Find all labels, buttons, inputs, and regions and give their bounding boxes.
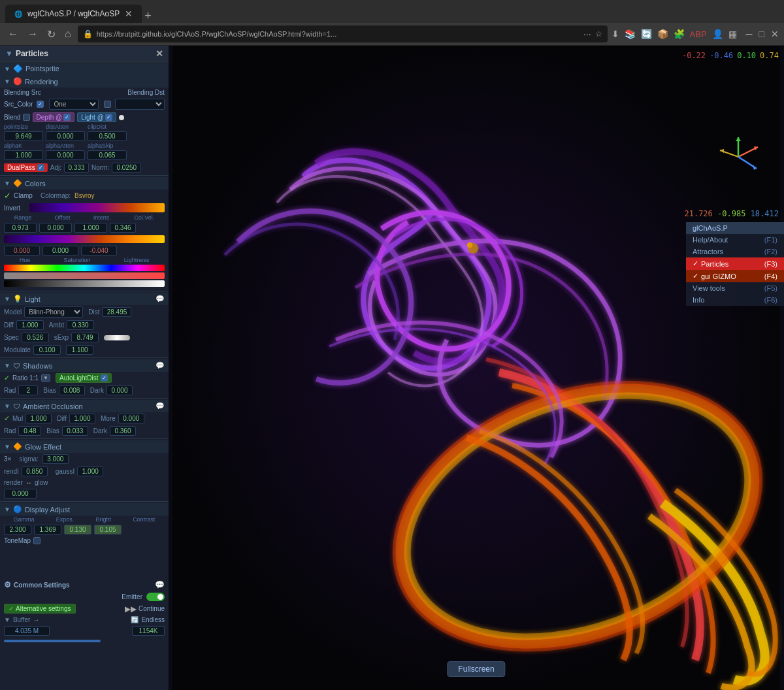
home-btn[interactable]: ⌂ (62, 28, 74, 40)
sat-value[interactable]: 0.000 (42, 246, 78, 255)
account-icon[interactable]: 👤 (712, 29, 723, 39)
bias-value[interactable]: 0.008 (59, 386, 85, 395)
extensions-icon[interactable]: 🧩 (674, 29, 685, 39)
glow-value[interactable]: 0.000 (4, 489, 37, 499)
minimize-btn[interactable]: ─ (746, 29, 753, 39)
ratio-dropdown[interactable]: ▼ (41, 374, 50, 382)
sync-icon[interactable]: 🔄 (641, 29, 652, 39)
pointsprite-section[interactable]: ▼ 🔷 Pointsprite (0, 62, 169, 75)
fullscreen-button[interactable]: Fullscreen (447, 661, 505, 677)
attractors-item[interactable]: Attractors (F2) (686, 246, 784, 257)
colors-section[interactable]: ▼ 🔶 Colors (0, 177, 169, 189)
more-value[interactable]: 0.000 (118, 414, 144, 423)
rendering-section[interactable]: ▼ 🔴 Rendering (0, 75, 169, 88)
alpha-atten-value[interactable]: 0.000 (46, 150, 85, 160)
auto-light-dist-btn[interactable]: AutoLightDist (56, 373, 111, 383)
dark-ao-value[interactable]: 0.360 (110, 426, 136, 436)
sidebar-toggle-icon[interactable]: ▦ (728, 29, 737, 39)
help-about-item[interactable]: Help/About (F1) (686, 234, 784, 246)
alpha-k-value[interactable]: 1.000 (4, 150, 43, 160)
continue-btn[interactable]: ▶▶ Continue (125, 604, 165, 614)
library-icon[interactable]: 📚 (625, 29, 636, 39)
download-icon[interactable]: ⬇ (612, 29, 619, 39)
depth-checkbox[interactable] (63, 114, 71, 121)
dual-pass-btn[interactable]: DualPass (4, 163, 48, 172)
bookmark-icon[interactable]: ☆ (595, 29, 602, 39)
container-icon[interactable]: 📦 (657, 29, 668, 39)
panel-collapse-arrow[interactable]: ▼ (5, 49, 13, 58)
rad-value[interactable]: 2 (18, 386, 38, 395)
blend-checkbox[interactable] (23, 114, 30, 121)
tab-close-btn[interactable]: ✕ (125, 8, 133, 19)
clip-dist-value[interactable]: 0.500 (88, 131, 127, 141)
light-checkbox[interactable] (105, 114, 112, 121)
point-size-value[interactable]: 9.649 (4, 131, 43, 141)
dark-value[interactable]: 0.000 (106, 386, 133, 395)
back-btn[interactable]: ← (5, 28, 21, 40)
display-section[interactable]: ▼ 🔵 Display Adjust (0, 503, 169, 516)
model-select[interactable]: Blinn-Phong (24, 306, 83, 318)
content-area[interactable]: -0.22 -0.46 0.10 0.74 (169, 46, 784, 690)
src-color-checkbox[interactable] (37, 101, 44, 108)
auto-light-dist-checkbox[interactable] (101, 374, 108, 382)
full-gradient-bar[interactable] (4, 235, 165, 243)
alt-settings-btn[interactable]: ✓ Alternative settings (4, 604, 76, 614)
glow-section[interactable]: ▼ 🔶 Glow Effect (0, 440, 169, 453)
spec-value[interactable]: 0.526 (22, 333, 49, 342)
ambt-value[interactable]: 0.330 (67, 320, 94, 330)
gauss-i-value[interactable]: 1.000 (77, 467, 103, 476)
tonemap-checkbox[interactable] (33, 537, 41, 544)
new-tab-btn[interactable]: + (144, 9, 152, 23)
more-icon[interactable]: ··· (583, 29, 591, 39)
rend-r1-value[interactable]: 0.850 (22, 467, 48, 476)
intens-value[interactable]: 1.000 (74, 223, 107, 233)
particles-item[interactable]: ✓ Particles (F3) (686, 257, 784, 270)
refresh-btn[interactable]: ↻ (44, 28, 58, 41)
active-tab[interactable]: 🌐 wglChAoS.P / wglChAoSP ✕ (5, 5, 142, 23)
spec-slider[interactable] (104, 335, 130, 340)
light-slider[interactable] (4, 280, 165, 287)
address-bar[interactable]: 🔒 https://brutpitt.github.io/glChAoS.P/w… (78, 25, 608, 42)
src-color-select[interactable]: One (49, 99, 99, 110)
mul-value[interactable]: 1.000 (25, 414, 52, 423)
sat-slider[interactable] (4, 272, 165, 279)
range-value[interactable]: 0.973 (4, 223, 37, 233)
offset-value[interactable]: 0.000 (39, 223, 72, 233)
adblock-icon[interactable]: ABP (690, 29, 707, 39)
dist-atten-value[interactable]: 0.000 (46, 131, 85, 141)
view-tools-item[interactable]: View tools (F5) (686, 282, 784, 294)
expos-value[interactable]: 1.369 (34, 525, 61, 534)
panel-close-btn[interactable]: ✕ (155, 48, 163, 59)
dist-value[interactable]: 28.495 (102, 307, 131, 317)
hue-slider[interactable] (4, 265, 165, 271)
dst-color-checkbox[interactable] (104, 101, 111, 108)
alpha-skip-value[interactable]: 0.065 (88, 150, 127, 160)
hue-value[interactable]: 0.000 (4, 246, 40, 255)
sigma-value[interactable]: 3.000 (42, 454, 69, 464)
adj-value[interactable]: 0.333 (64, 163, 89, 172)
ao-section[interactable]: ▼ 🛡 Ambient Occlusion 💬 (0, 400, 169, 412)
light-section-header[interactable]: ▼ 💡 Light 💬 (0, 293, 169, 305)
dst-color-select[interactable] (115, 99, 165, 110)
modulate-value2[interactable]: 1.100 (66, 345, 93, 355)
sexp-value[interactable]: 8.749 (71, 333, 99, 342)
endless-val[interactable]: 1154K (132, 626, 165, 636)
depth-button[interactable]: Depth @ (33, 112, 75, 122)
diff-value[interactable]: 1.000 (16, 320, 44, 330)
bias-ao-value[interactable]: 0.033 (62, 426, 88, 436)
forward-btn[interactable]: → (25, 28, 41, 40)
emitter-toggle[interactable] (146, 593, 165, 601)
light-button[interactable]: Light @ (77, 112, 116, 122)
buffer-val[interactable]: 4.035 M (4, 626, 50, 636)
maximize-btn[interactable]: □ (759, 29, 764, 39)
contrast-value[interactable]: 0.105 (94, 525, 122, 534)
gui-gizmo-item[interactable]: ✓ gui GIZMO (F4) (686, 270, 784, 282)
rad-ao-value[interactable]: 0.48 (18, 426, 41, 436)
shadows-section[interactable]: ▼ 🛡 Shadows 💬 (0, 359, 169, 372)
diff-ao-value[interactable]: 1.000 (69, 414, 95, 423)
dual-pass-checkbox[interactable] (37, 164, 44, 171)
info-item[interactable]: Info (F6) (686, 294, 784, 306)
col-vel-value[interactable]: 0.346 (110, 223, 136, 233)
gamma-value[interactable]: 2.300 (4, 525, 31, 534)
norm-value[interactable]: 0.0250 (112, 163, 141, 172)
